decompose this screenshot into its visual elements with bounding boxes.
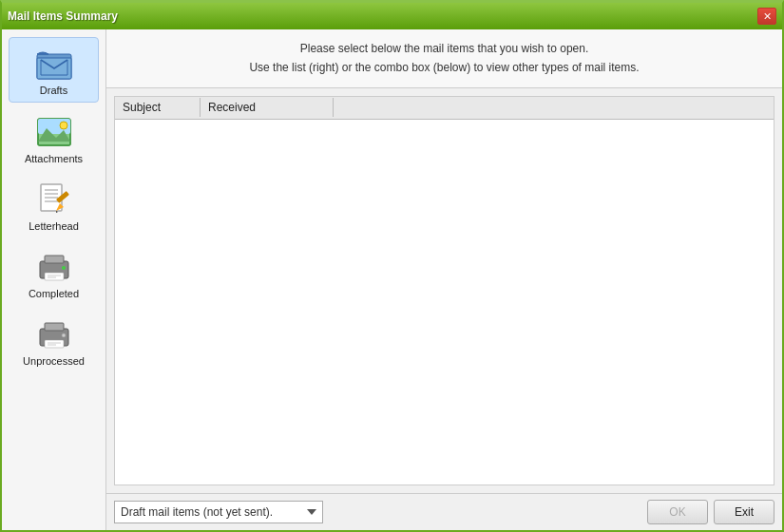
sidebar-item-drafts[interactable]: Drafts bbox=[9, 37, 99, 103]
window-title: Mail Items Summary bbox=[8, 10, 118, 23]
title-bar: Mail Items Summary ✕ bbox=[2, 3, 782, 29]
info-line2: Use the list (right) or the combo box (b… bbox=[122, 58, 767, 77]
completed-icon bbox=[34, 249, 74, 285]
svg-rect-26 bbox=[45, 340, 64, 348]
col-subject: Subject bbox=[115, 98, 201, 117]
sidebar: Drafts Attach bbox=[2, 29, 106, 530]
title-bar-controls: ✕ bbox=[757, 8, 776, 25]
mail-type-combo[interactable]: Draft mail items (not yet sent). Attachm… bbox=[114, 501, 323, 523]
sidebar-item-completed[interactable]: Completed bbox=[9, 241, 99, 305]
mail-list: Subject Received bbox=[114, 96, 774, 485]
close-button[interactable]: ✕ bbox=[757, 8, 776, 25]
sidebar-attachments-label: Attachments bbox=[25, 153, 83, 164]
letterhead-icon bbox=[34, 181, 74, 218]
info-bar: Please select below the mail items that … bbox=[106, 29, 782, 88]
sidebar-letterhead-label: Letterhead bbox=[29, 220, 79, 232]
col-received: Received bbox=[201, 98, 334, 117]
drafts-icon bbox=[34, 46, 74, 82]
info-line1: Please select below the mail items that … bbox=[122, 39, 767, 58]
exit-button[interactable]: Exit bbox=[714, 500, 774, 524]
main-panel: Please select below the mail items that … bbox=[106, 29, 782, 530]
svg-rect-19 bbox=[45, 256, 64, 263]
sidebar-unprocessed-label: Unprocessed bbox=[23, 355, 85, 367]
main-window: Mail Items Summary ✕ bbox=[0, 0, 784, 532]
sidebar-completed-label: Completed bbox=[29, 288, 79, 299]
attachments-icon bbox=[34, 114, 74, 150]
sidebar-item-attachments[interactable]: Attachments bbox=[9, 106, 99, 170]
list-body bbox=[115, 120, 774, 484]
sidebar-item-letterhead[interactable]: Letterhead bbox=[9, 174, 99, 238]
unprocessed-icon bbox=[34, 316, 74, 352]
bottom-bar: Draft mail items (not yet sent). Attachm… bbox=[106, 493, 782, 530]
list-header: Subject Received bbox=[115, 97, 774, 120]
bottom-buttons: OK Exit bbox=[647, 500, 774, 524]
col-extra bbox=[334, 104, 774, 110]
svg-rect-20 bbox=[45, 273, 64, 280]
sidebar-item-unprocessed[interactable]: Unprocessed bbox=[9, 309, 99, 372]
sidebar-drafts-label: Drafts bbox=[40, 85, 67, 96]
svg-point-9 bbox=[60, 122, 67, 129]
ok-button[interactable]: OK bbox=[647, 500, 708, 524]
svg-rect-25 bbox=[45, 323, 64, 331]
svg-point-21 bbox=[62, 266, 66, 270]
svg-point-27 bbox=[62, 333, 66, 337]
content-area: Drafts Attach bbox=[2, 29, 782, 530]
